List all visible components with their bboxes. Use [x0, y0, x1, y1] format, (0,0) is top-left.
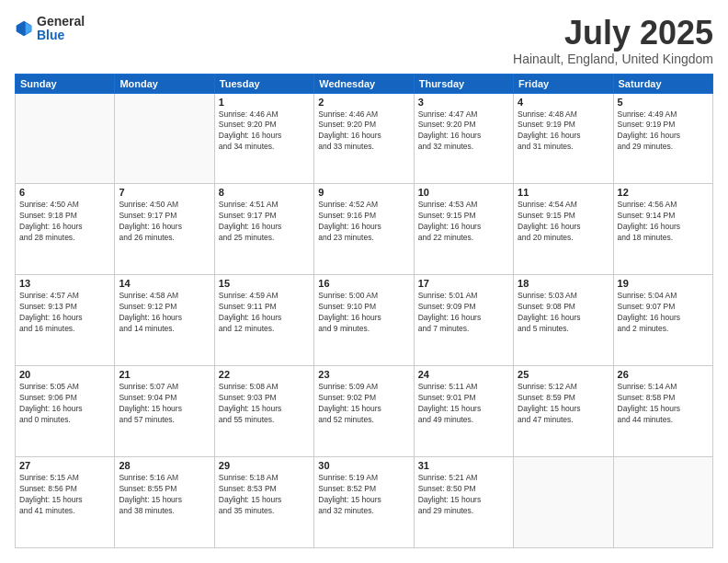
day-number: 6 [19, 187, 110, 198]
calendar-cell: 20Sunrise: 5:05 AMSunset: 9:06 PMDayligh… [16, 366, 115, 457]
day-number: 22 [219, 369, 310, 380]
day-number: 28 [119, 460, 210, 471]
calendar-cell: 6Sunrise: 4:50 AMSunset: 9:18 PMDaylight… [16, 184, 115, 275]
day-info: Sunrise: 4:46 AMSunset: 9:20 PMDaylight:… [219, 109, 310, 154]
day-info: Sunrise: 4:58 AMSunset: 9:12 PMDaylight:… [119, 291, 210, 335]
day-number: 18 [518, 278, 609, 289]
day-info: Sunrise: 5:01 AMSunset: 9:09 PMDaylight:… [418, 291, 509, 335]
day-number: 23 [318, 369, 409, 380]
calendar-cell: 24Sunrise: 5:11 AMSunset: 9:01 PMDayligh… [414, 366, 513, 457]
calendar-cell [514, 457, 613, 548]
day-info: Sunrise: 4:50 AMSunset: 9:17 PMDaylight:… [119, 200, 210, 244]
calendar-cell: 27Sunrise: 5:15 AMSunset: 8:56 PMDayligh… [16, 457, 115, 548]
day-info: Sunrise: 5:18 AMSunset: 8:53 PMDaylight:… [219, 473, 310, 517]
day-number: 19 [618, 278, 709, 289]
day-number: 27 [19, 460, 110, 471]
day-number: 1 [219, 97, 310, 108]
day-number: 31 [418, 460, 509, 471]
day-info: Sunrise: 5:03 AMSunset: 9:08 PMDaylight:… [518, 291, 609, 335]
calendar-cell: 7Sunrise: 4:50 AMSunset: 9:17 PMDaylight… [115, 184, 214, 275]
day-number: 7 [119, 187, 210, 198]
calendar-cell: 29Sunrise: 5:18 AMSunset: 8:53 PMDayligh… [214, 457, 313, 548]
day-info: Sunrise: 5:07 AMSunset: 9:04 PMDaylight:… [119, 382, 210, 426]
day-number: 10 [418, 187, 509, 198]
day-number: 12 [618, 187, 709, 198]
day-info: Sunrise: 5:19 AMSunset: 8:52 PMDaylight:… [318, 473, 409, 517]
calendar-cell: 12Sunrise: 4:56 AMSunset: 9:14 PMDayligh… [613, 184, 712, 275]
day-number: 11 [518, 187, 609, 198]
calendar-cell: 5Sunrise: 4:49 AMSunset: 9:19 PMDaylight… [613, 93, 712, 184]
day-info: Sunrise: 5:00 AMSunset: 9:10 PMDaylight:… [318, 291, 409, 335]
day-number: 4 [518, 97, 609, 108]
day-info: Sunrise: 5:11 AMSunset: 9:01 PMDaylight:… [418, 382, 509, 426]
calendar-cell: 10Sunrise: 4:53 AMSunset: 9:15 PMDayligh… [414, 184, 513, 275]
day-info: Sunrise: 5:05 AMSunset: 9:06 PMDaylight:… [19, 382, 110, 426]
day-info: Sunrise: 5:04 AMSunset: 9:07 PMDaylight:… [618, 291, 709, 335]
calendar-week-row: 6Sunrise: 4:50 AMSunset: 9:18 PMDaylight… [16, 184, 713, 275]
calendar-cell: 21Sunrise: 5:07 AMSunset: 9:04 PMDayligh… [115, 366, 214, 457]
calendar-cell: 14Sunrise: 4:58 AMSunset: 9:12 PMDayligh… [115, 275, 214, 366]
title-location: Hainault, England, United Kingdom [513, 52, 713, 66]
calendar-cell: 9Sunrise: 4:52 AMSunset: 9:16 PMDaylight… [314, 184, 414, 275]
page: General Blue July 2025 Hainault, England… [0, 0, 728, 563]
calendar-cell: 8Sunrise: 4:51 AMSunset: 9:17 PMDaylight… [214, 184, 313, 275]
calendar-cell: 30Sunrise: 5:19 AMSunset: 8:52 PMDayligh… [314, 457, 414, 548]
calendar-cell [115, 93, 214, 184]
calendar-cell: 17Sunrise: 5:01 AMSunset: 9:09 PMDayligh… [414, 275, 513, 366]
day-info: Sunrise: 4:51 AMSunset: 9:17 PMDaylight:… [219, 200, 310, 244]
day-info: Sunrise: 4:54 AMSunset: 9:15 PMDaylight:… [518, 200, 609, 244]
day-number: 25 [518, 369, 609, 380]
logo-general: General [37, 15, 85, 29]
calendar-cell [16, 93, 115, 184]
day-number: 9 [318, 187, 409, 198]
col-friday: Friday [514, 74, 613, 93]
day-number: 3 [418, 97, 509, 108]
calendar-week-row: 1Sunrise: 4:46 AMSunset: 9:20 PMDaylight… [16, 93, 713, 184]
day-info: Sunrise: 4:46 AMSunset: 9:20 PMDaylight:… [318, 109, 409, 154]
day-info: Sunrise: 4:52 AMSunset: 9:16 PMDaylight:… [318, 200, 409, 244]
col-wednesday: Wednesday [314, 74, 414, 93]
day-info: Sunrise: 5:16 AMSunset: 8:55 PMDaylight:… [119, 473, 210, 517]
title-month: July 2025 [513, 15, 713, 52]
day-info: Sunrise: 4:50 AMSunset: 9:18 PMDaylight:… [19, 200, 110, 244]
day-number: 30 [318, 460, 409, 471]
day-info: Sunrise: 5:08 AMSunset: 9:03 PMDaylight:… [219, 382, 310, 426]
col-tuesday: Tuesday [214, 74, 313, 93]
calendar-cell: 4Sunrise: 4:48 AMSunset: 9:19 PMDaylight… [514, 93, 613, 184]
day-info: Sunrise: 4:59 AMSunset: 9:11 PMDaylight:… [219, 291, 310, 335]
day-info: Sunrise: 5:09 AMSunset: 9:02 PMDaylight:… [318, 382, 409, 426]
calendar-week-row: 27Sunrise: 5:15 AMSunset: 8:56 PMDayligh… [16, 457, 713, 548]
calendar-cell: 11Sunrise: 4:54 AMSunset: 9:15 PMDayligh… [514, 184, 613, 275]
day-info: Sunrise: 4:49 AMSunset: 9:19 PMDaylight:… [618, 109, 709, 154]
day-info: Sunrise: 4:47 AMSunset: 9:20 PMDaylight:… [418, 109, 509, 154]
day-info: Sunrise: 4:56 AMSunset: 9:14 PMDaylight:… [618, 200, 709, 244]
calendar-cell: 22Sunrise: 5:08 AMSunset: 9:03 PMDayligh… [214, 366, 313, 457]
day-number: 8 [219, 187, 310, 198]
calendar-cell: 1Sunrise: 4:46 AMSunset: 9:20 PMDaylight… [214, 93, 313, 184]
title-block: July 2025 Hainault, England, United King… [513, 15, 713, 66]
day-number: 24 [418, 369, 509, 380]
day-info: Sunrise: 5:12 AMSunset: 8:59 PMDaylight:… [518, 382, 609, 426]
calendar-cell: 19Sunrise: 5:04 AMSunset: 9:07 PMDayligh… [613, 275, 712, 366]
logo-icon [15, 19, 33, 38]
calendar-week-row: 20Sunrise: 5:05 AMSunset: 9:06 PMDayligh… [16, 366, 713, 457]
calendar-week-row: 13Sunrise: 4:57 AMSunset: 9:13 PMDayligh… [16, 275, 713, 366]
header: General Blue July 2025 Hainault, England… [15, 15, 713, 66]
calendar-cell: 16Sunrise: 5:00 AMSunset: 9:10 PMDayligh… [314, 275, 414, 366]
logo: General Blue [15, 15, 85, 43]
day-info: Sunrise: 5:14 AMSunset: 8:58 PMDaylight:… [618, 382, 709, 426]
calendar-cell: 2Sunrise: 4:46 AMSunset: 9:20 PMDaylight… [314, 93, 414, 184]
day-info: Sunrise: 4:57 AMSunset: 9:13 PMDaylight:… [19, 291, 110, 335]
logo-blue: Blue [37, 29, 85, 42]
calendar-cell: 26Sunrise: 5:14 AMSunset: 8:58 PMDayligh… [613, 366, 712, 457]
day-number: 13 [19, 278, 110, 289]
logo-text: General Blue [37, 15, 85, 43]
day-number: 21 [119, 369, 210, 380]
day-number: 29 [219, 460, 310, 471]
day-number: 26 [618, 369, 709, 380]
day-number: 17 [418, 278, 509, 289]
calendar-cell: 31Sunrise: 5:21 AMSunset: 8:50 PMDayligh… [414, 457, 513, 548]
calendar-cell: 25Sunrise: 5:12 AMSunset: 8:59 PMDayligh… [514, 366, 613, 457]
calendar-cell: 13Sunrise: 4:57 AMSunset: 9:13 PMDayligh… [16, 275, 115, 366]
calendar-table: Sunday Monday Tuesday Wednesday Thursday… [15, 74, 713, 548]
